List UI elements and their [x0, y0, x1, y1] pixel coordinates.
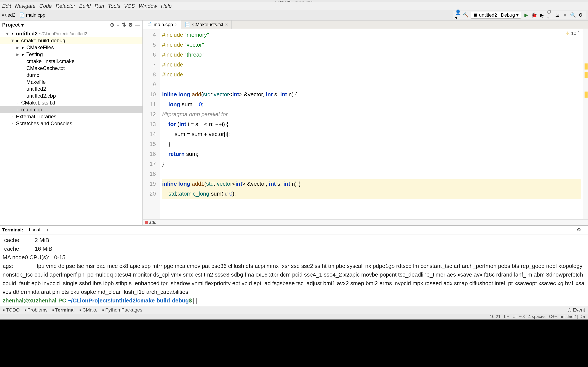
- tree-item[interactable]: ·untitled2: [0, 85, 142, 92]
- coverage-icon[interactable]: ▶̣: [539, 13, 544, 18]
- error-stripe[interactable]: [583, 29, 588, 219]
- menu-build[interactable]: Build: [79, 3, 91, 9]
- editor-tab-label: main.cpp: [154, 22, 173, 27]
- select-opened-icon[interactable]: ⊙: [110, 22, 114, 28]
- gear-icon[interactable]: ⚙: [128, 22, 133, 28]
- tree-item[interactable]: ▸▸Testing: [0, 51, 142, 58]
- inspection-widget[interactable]: ⚠ 10 ˄ ˅: [565, 31, 584, 36]
- folder-icon: ▸: [21, 44, 25, 50]
- menu-code[interactable]: Code: [39, 3, 52, 9]
- tool-tab-cmake[interactable]: ▪CMake: [79, 307, 98, 313]
- project-root[interactable]: ▾ ▪ untitled2 ~/CLionProjects/untitled2: [0, 30, 142, 37]
- status-context[interactable]: C++: untitled2 | De: [549, 314, 585, 319]
- project-pane-title[interactable]: Project ▾: [2, 22, 110, 28]
- terminal-body[interactable]: cache: 2 MiB cache: 16 MiBMA node0 CPU(s…: [0, 234, 588, 306]
- tree-item-label: CMakeLists.txt: [21, 100, 55, 106]
- cpp-file-icon: 📄: [19, 12, 25, 18]
- menu-vcs[interactable]: VCS: [124, 3, 135, 9]
- chevron-icon: ▸: [17, 51, 19, 58]
- menu-window[interactable]: Window: [138, 3, 157, 9]
- profile-icon[interactable]: ⏱▾: [547, 13, 552, 18]
- breadcrumb-file[interactable]: 📄 main.cpp: [19, 12, 45, 18]
- chevron-up-icon[interactable]: ˄: [578, 31, 580, 36]
- run-icon[interactable]: ▶: [524, 13, 529, 18]
- file-icon: ·: [21, 72, 25, 78]
- tree-item[interactable]: ·External Libraries: [0, 113, 142, 120]
- tree-item[interactable]: ·dump: [0, 72, 142, 79]
- tool-tab-todo[interactable]: ▪TODO: [3, 307, 20, 313]
- add-terminal-icon[interactable]: ＋: [45, 227, 50, 233]
- tree-item[interactable]: ·CMakeCache.txt: [0, 65, 142, 72]
- breadcrumb-project-label: tled2: [5, 12, 16, 18]
- warning-marker[interactable]: [585, 92, 588, 98]
- editor-tab[interactable]: 📄main.cpp×: [143, 20, 181, 29]
- gear-icon[interactable]: ⚙: [578, 13, 583, 18]
- close-icon[interactable]: ×: [225, 22, 228, 27]
- tree-item-label: main.cpp: [21, 107, 42, 113]
- search-icon[interactable]: 🔍: [570, 13, 575, 18]
- attach-icon[interactable]: ⇲: [555, 13, 560, 18]
- terminal-cursor: [193, 298, 197, 304]
- menu-refactor[interactable]: Refactor: [56, 3, 75, 9]
- project-icon: ▫: [2, 12, 4, 18]
- project-tree[interactable]: ▾ ▪ untitled2 ~/CLionProjects/untitled2 …: [0, 29, 142, 128]
- status-caret-pos[interactable]: 10:21: [490, 314, 501, 319]
- menu-tools[interactable]: Tools: [108, 3, 120, 9]
- warning-marker[interactable]: [585, 63, 588, 69]
- stop-icon[interactable]: ■: [562, 13, 568, 18]
- nav-bar: ▫ tled2 📄 main.cpp 👤▾ 🔨 ▣ untitled2 | De…: [0, 10, 588, 20]
- tree-item-label: Scratches and Consoles: [16, 120, 72, 126]
- tree-item-label: External Libraries: [16, 114, 56, 120]
- menu-edit[interactable]: Edit: [2, 3, 11, 9]
- hide-icon[interactable]: —: [581, 227, 586, 233]
- tree-item[interactable]: ·main.cpp: [0, 106, 142, 113]
- tree-item[interactable]: ·Makefile: [0, 79, 142, 85]
- collapse-all-icon[interactable]: ⇅: [122, 22, 126, 28]
- terminal-tab-local[interactable]: Local: [26, 226, 43, 233]
- editor-tab[interactable]: 📄CMakeLists.txt×: [181, 20, 232, 29]
- tree-item-label: untitled2: [26, 86, 46, 92]
- terminal-tool-window: Terminal: Local ＋ ⚙ — cache: 2 MiB cache…: [0, 225, 588, 306]
- menu-help[interactable]: Help: [161, 3, 172, 9]
- hide-icon[interactable]: —: [135, 22, 140, 28]
- status-encoding[interactable]: UTF-8: [512, 314, 525, 319]
- editor-gutter[interactable]: 4567891011121314151617181920: [143, 29, 160, 219]
- tool-tab-terminal[interactable]: ▪Terminal: [52, 307, 75, 313]
- tree-item[interactable]: ·CMakeLists.txt: [0, 99, 142, 106]
- tool-tab-icon: ▪: [102, 307, 104, 313]
- status-line-ending[interactable]: LF: [504, 314, 509, 319]
- editor-code[interactable]: #include "memory"#include "vector"#inclu…: [160, 29, 583, 219]
- tree-item[interactable]: ▸▸CMakeFiles: [0, 44, 142, 51]
- editor-breadcrumb[interactable]: add: [143, 219, 588, 225]
- tree-item[interactable]: ▾▸cmake-build-debug: [0, 37, 142, 44]
- folder-icon: ▪: [10, 31, 15, 37]
- menu-run[interactable]: Run: [95, 3, 104, 9]
- add-config-icon[interactable]: 👤▾: [455, 13, 460, 18]
- tool-tab-problems[interactable]: ▪Problems: [25, 307, 48, 313]
- breadcrumb-project[interactable]: ▫ tled2: [2, 12, 16, 18]
- tree-item-label: Testing: [26, 51, 43, 58]
- close-icon[interactable]: ×: [175, 22, 177, 27]
- tool-tab-event-log[interactable]: ◌Event: [567, 307, 585, 313]
- warning-marker[interactable]: [585, 72, 588, 78]
- file-icon: 📄: [185, 22, 190, 27]
- project-root-label: untitled2: [16, 31, 38, 37]
- tree-item[interactable]: ·Scratches and Consoles: [0, 120, 142, 127]
- run-config-selector[interactable]: ▣ untitled2 | Debug ▾: [471, 12, 521, 18]
- debug-icon[interactable]: 🐞: [531, 13, 536, 18]
- menu-navigate[interactable]: Navigate: [15, 3, 35, 9]
- status-indent[interactable]: 4 spaces: [528, 314, 546, 319]
- tool-tab-icon: ▪: [79, 307, 81, 313]
- project-tool-window: Project ▾ ⊙ ≡ ⇅ ⚙ — ▾ ▪ untitled2 ~/CLio…: [0, 20, 143, 225]
- tool-tab-python-packages[interactable]: ▪Python Packages: [102, 307, 142, 313]
- target-icon: ▣: [473, 12, 478, 18]
- chevron-down-icon: ▾: [6, 31, 9, 37]
- expand-all-icon[interactable]: ≡: [117, 22, 120, 28]
- tree-item[interactable]: ·untitled2.cbp: [0, 92, 142, 99]
- chevron-down-icon[interactable]: ˅: [581, 31, 584, 36]
- hammer-icon[interactable]: 🔨: [463, 13, 468, 18]
- gear-icon[interactable]: ⚙: [577, 227, 581, 233]
- tree-item-label: CMakeFiles: [26, 44, 54, 50]
- tree-item-label: untitled2.cbp: [26, 93, 56, 99]
- tree-item[interactable]: ·cmake_install.cmake: [0, 58, 142, 65]
